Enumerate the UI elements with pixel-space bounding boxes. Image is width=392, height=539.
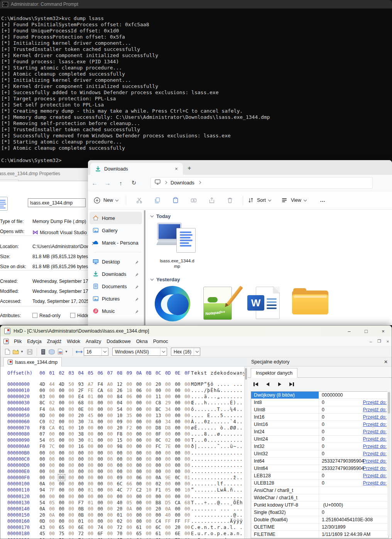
file-word-document[interactable]: W [247, 286, 283, 321]
more-options-button[interactable]: ... [320, 198, 325, 203]
hex-byte[interactable]: 00 [106, 394, 113, 400]
sidebar-item-downloads[interactable]: Downloads [90, 268, 142, 280]
hex-byte[interactable]: 00 [126, 450, 133, 456]
new-tab-button[interactable]: + [188, 165, 191, 172]
hex-byte[interactable]: 00 [145, 456, 152, 462]
hex-byte[interactable]: 00 [136, 406, 142, 412]
hex-byte[interactable]: 0D [39, 518, 46, 524]
cmd-titlebar[interactable]: C:\ Administrator: Command Prompt [0, 0, 392, 8]
menu-item-plik[interactable]: Plik [11, 338, 24, 345]
hex-byte[interactable]: 00 [106, 518, 113, 524]
hxd-file-tab[interactable]: lsass.exe_1344.dmp [3, 357, 62, 367]
hex-byte[interactable]: 00 [126, 524, 133, 531]
hex-byte[interactable]: 00 [184, 425, 191, 431]
hex-byte[interactable]: 00 [184, 537, 191, 539]
hex-byte[interactable]: 68 [184, 500, 191, 506]
hex-byte[interactable]: F4 [39, 406, 46, 412]
hex-byte[interactable]: 4C [117, 487, 123, 493]
hex-byte[interactable]: 72 [174, 537, 181, 539]
view-button[interactable]: View [281, 197, 306, 204]
sidebar-item-marek-persona[interactable]: Marek - Persona [90, 237, 142, 249]
hex-byte[interactable]: 6E [78, 524, 84, 531]
hex-byte[interactable]: 00 [78, 450, 84, 456]
hex-byte[interactable]: F0 [39, 443, 46, 449]
hex-byte[interactable]: A7 [87, 381, 94, 387]
hex-byte[interactable]: D8 [165, 425, 171, 431]
hex-byte[interactable]: 00 [106, 481, 113, 487]
hex-byte[interactable]: 00 [49, 431, 55, 437]
new-button[interactable]: New [93, 197, 118, 204]
hex-byte[interactable]: 00 [87, 518, 94, 524]
hex-byte[interactable]: 00 [87, 468, 94, 475]
menu-item-edycja[interactable]: Edycja [24, 338, 44, 345]
hex-byte[interactable]: F8 [39, 425, 46, 431]
hex-byte[interactable]: 00 [145, 462, 152, 468]
memory-view-icon[interactable] [39, 348, 47, 356]
readonly-checkbox[interactable] [32, 313, 37, 318]
hex-byte[interactable]: 00 [68, 419, 74, 425]
hex-byte[interactable]: 0A [39, 506, 46, 512]
hex-byte[interactable]: 00 [87, 406, 94, 412]
hex-byte[interactable]: 00 [87, 531, 94, 537]
hex-byte[interactable]: 00 [106, 456, 113, 462]
minimize-button[interactable]: – [341, 326, 358, 336]
hex-byte[interactable]: 00 [97, 506, 103, 512]
hex-byte[interactable]: 00 [68, 487, 74, 493]
hex-byte[interactable]: 00 [97, 419, 103, 425]
menu-item-okna[interactable]: Okna [133, 338, 150, 345]
group-header-today[interactable]: Today [151, 213, 171, 219]
hex-byte[interactable]: 00 [136, 394, 142, 400]
maximize-button[interactable]: □ [358, 326, 375, 336]
hex-byte[interactable]: 00 [145, 400, 152, 406]
hex-byte[interactable]: 00 [106, 462, 113, 468]
hex-byte[interactable]: 00 [155, 450, 162, 456]
hex-byte[interactable]: 00 [39, 468, 46, 475]
hex-byte[interactable]: 00 [68, 531, 74, 537]
hex-byte[interactable]: FF [174, 518, 181, 524]
hex-byte[interactable]: 00 [97, 475, 103, 481]
hex-byte[interactable]: 16 [78, 443, 84, 449]
menu-item-znajdź[interactable]: Znajdź [44, 338, 64, 345]
hex-byte[interactable]: 00 [106, 431, 113, 437]
hex-byte[interactable]: 65 [136, 531, 142, 537]
hex-byte[interactable]: 01 [87, 394, 94, 400]
hex-byte[interactable]: 00 [87, 481, 94, 487]
hex-byte[interactable]: 00 [58, 394, 65, 400]
previous-byte-button[interactable] [264, 380, 272, 388]
hex-byte[interactable]: 0D [39, 412, 46, 419]
hex-byte[interactable]: 00 [184, 462, 191, 468]
hex-byte[interactable]: 00 [184, 394, 191, 400]
hex-byte[interactable]: 00 [78, 475, 84, 481]
hex-byte[interactable]: 00 [87, 443, 94, 449]
hex-byte[interactable]: 00 [145, 381, 152, 387]
hex-byte[interactable]: 20 [39, 537, 46, 539]
hex-byte[interactable]: 00 [49, 387, 55, 394]
hex-byte[interactable]: 00 [49, 394, 55, 400]
hex-byte[interactable]: 00 [145, 394, 152, 400]
hex-byte[interactable]: 00 [106, 537, 113, 539]
hex-byte[interactable]: FC [155, 443, 162, 449]
share-icon[interactable] [208, 197, 215, 204]
hex-byte[interactable]: 00 [58, 443, 65, 449]
paste-icon[interactable] [172, 197, 179, 204]
sidebar-item-music[interactable]: Music [90, 305, 142, 317]
hex-byte[interactable]: 64 [136, 537, 142, 539]
file-folder[interactable] [292, 288, 328, 318]
hex-byte[interactable]: 00 [49, 412, 55, 419]
hex-byte[interactable]: 00 [174, 450, 181, 456]
hex-byte[interactable]: 29 [165, 400, 171, 406]
hex-byte[interactable]: 4D [58, 381, 65, 387]
hex-byte[interactable]: 00 [184, 419, 191, 425]
hex-byte[interactable]: 00 [78, 481, 84, 487]
hex-byte[interactable]: CA [49, 425, 55, 431]
hex-byte[interactable]: 00 [126, 431, 133, 437]
hex-byte[interactable]: 00 [126, 512, 133, 518]
cut-icon[interactable] [135, 197, 143, 204]
hex-byte[interactable]: 00 [106, 500, 113, 506]
hex-byte[interactable]: 0F [155, 431, 162, 437]
hex-byte[interactable]: 00 [97, 518, 103, 524]
hex-byte[interactable]: 00 [184, 450, 191, 456]
hex-byte[interactable]: 84 [117, 394, 123, 400]
hex-byte[interactable]: 00 [58, 481, 65, 487]
hex-byte[interactable]: 00 [136, 500, 142, 506]
